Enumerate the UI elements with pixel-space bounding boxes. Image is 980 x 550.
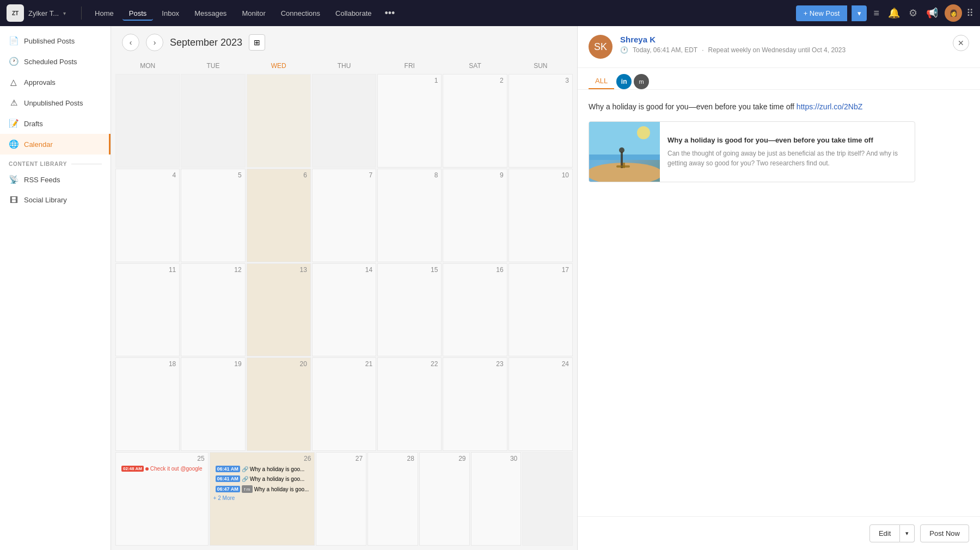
post-detail-panel: SK Shreya K 🕐 Today, 06:41 AM, EDT · Rep… bbox=[577, 26, 980, 550]
tab-other[interactable]: m bbox=[634, 74, 649, 89]
day-thu: THU bbox=[312, 59, 376, 73]
calendar-prev-button[interactable]: ‹ bbox=[122, 34, 139, 51]
apps-grid-icon[interactable]: ⠿ bbox=[966, 7, 973, 19]
cal-cell-sep19[interactable]: 19 bbox=[181, 357, 245, 451]
cal-cell-sep2[interactable]: 2 bbox=[443, 74, 507, 168]
nav-posts[interactable]: Posts bbox=[122, 6, 154, 21]
cal-cell-sep28[interactable]: 28 bbox=[367, 452, 418, 546]
repeat-info: Repeat weekly on Wednesday until Oct 4, … bbox=[708, 46, 846, 54]
preview-description: Can the thought of going away be just as… bbox=[667, 149, 907, 168]
sidebar-item-drafts[interactable]: 📝 Drafts bbox=[0, 113, 111, 134]
cal-date: 24 bbox=[512, 360, 569, 368]
cal-date: 27 bbox=[320, 455, 363, 462]
cal-cell-sep9[interactable]: 9 bbox=[443, 169, 507, 262]
post-now-button[interactable]: Post Now bbox=[920, 524, 969, 542]
user-avatar[interactable]: 👩 bbox=[945, 4, 962, 22]
sidebar-item-approvals[interactable]: △ Approvals bbox=[0, 72, 111, 92]
cal-cell-sep1[interactable]: 1 bbox=[377, 74, 442, 168]
cal-cell-sep3[interactable]: 3 bbox=[509, 74, 573, 168]
sidebar-item-label: Scheduled Posts bbox=[24, 58, 77, 66]
cal-cell-sep12[interactable]: 12 bbox=[181, 263, 245, 357]
calendar-view-toggle[interactable]: ⊞ bbox=[249, 34, 265, 51]
link-icon: 🔗 bbox=[242, 466, 248, 472]
grid-icon: ⊞ bbox=[254, 38, 260, 47]
cal-cell-sep21[interactable]: 21 bbox=[312, 357, 376, 451]
tab-all[interactable]: ALL bbox=[589, 73, 614, 89]
cal-event-26-3[interactable]: 06:47 AM f m Why a holiday is goo... bbox=[213, 484, 311, 494]
cal-date: 11 bbox=[119, 266, 176, 274]
nav-more[interactable]: ••• bbox=[381, 5, 400, 21]
cal-cell-sep6[interactable]: 6 bbox=[247, 169, 311, 262]
cal-cell-empty-1[interactable] bbox=[115, 74, 180, 168]
nav-home[interactable]: Home bbox=[88, 6, 120, 21]
sidebar-item-rss-feeds[interactable]: 📡 RSS Feeds bbox=[0, 169, 111, 190]
nav-inbox[interactable]: Inbox bbox=[155, 6, 186, 21]
cal-cell-sep26[interactable]: 26 06:41 AM 🔗 Why a holiday is goo... 06… bbox=[210, 452, 315, 546]
cal-cell-sep18[interactable]: 18 bbox=[115, 357, 180, 451]
detail-close-button[interactable]: ✕ bbox=[953, 35, 969, 51]
nav-collaborate[interactable]: Collaborate bbox=[329, 6, 378, 21]
chevron-down-icon: ▾ bbox=[857, 9, 861, 17]
megaphone-icon[interactable]: 📢 bbox=[924, 5, 940, 21]
cal-cell-empty-4[interactable] bbox=[312, 74, 376, 168]
cal-date: 18 bbox=[119, 360, 176, 368]
nav-connections[interactable]: Connections bbox=[274, 6, 327, 21]
cal-cell-sep17[interactable]: 17 bbox=[509, 263, 573, 357]
cal-cell-sep20[interactable]: 20 bbox=[247, 357, 311, 451]
calendar-weeks: 1 2 3 4 5 bbox=[115, 74, 573, 546]
cal-cell-sep16[interactable]: 16 bbox=[443, 263, 507, 357]
sidebar-item-published-posts[interactable]: 📄 Published Posts bbox=[0, 30, 111, 51]
edit-button[interactable]: Edit bbox=[869, 524, 900, 542]
cal-cell-sep7[interactable]: 7 bbox=[312, 169, 376, 262]
nav-messages[interactable]: Messages bbox=[188, 6, 233, 21]
cal-cell-sep13[interactable]: 13 bbox=[247, 263, 311, 357]
calendar-next-button[interactable]: › bbox=[146, 34, 163, 51]
app-logo[interactable]: ZT bbox=[7, 4, 24, 22]
day-sat: SAT bbox=[443, 59, 507, 73]
avatar-initials: SK bbox=[594, 41, 607, 53]
social-icons: f m bbox=[242, 485, 253, 493]
sidebar-item-scheduled-posts[interactable]: 🕐 Scheduled Posts bbox=[0, 51, 111, 72]
cal-cell-sep15[interactable]: 15 bbox=[377, 263, 442, 357]
cal-cell-sep29[interactable]: 29 bbox=[419, 452, 470, 546]
notifications-icon[interactable]: 🔔 bbox=[886, 5, 902, 21]
cal-event-25[interactable]: 02:48 AM Check it out @google bbox=[119, 465, 205, 473]
new-post-dropdown-button[interactable]: ▾ bbox=[852, 5, 867, 21]
cal-cell-sep4[interactable]: 4 bbox=[115, 169, 180, 262]
cal-cell-sep22[interactable]: 22 bbox=[377, 357, 442, 451]
cal-cell-sep10[interactable]: 10 bbox=[509, 169, 573, 262]
brand-name: Zylker T... bbox=[28, 9, 59, 17]
cal-cell-sep23[interactable]: 23 bbox=[443, 357, 507, 451]
cal-event-26-1[interactable]: 06:41 AM 🔗 Why a holiday is goo... bbox=[213, 465, 311, 473]
new-post-button[interactable]: + New Post bbox=[796, 5, 848, 21]
cal-cell-empty-3[interactable] bbox=[247, 74, 311, 168]
cal-cell-sep11[interactable]: 11 bbox=[115, 263, 180, 357]
post-link[interactable]: https://zurl.co/2NbZ bbox=[797, 102, 862, 111]
tab-linkedin[interactable]: in bbox=[616, 74, 632, 89]
cal-cell-sep27[interactable]: 27 bbox=[316, 452, 366, 546]
sidebar-item-calendar[interactable]: 🌐 Calendar bbox=[0, 134, 111, 155]
cal-cell-sep30[interactable]: 30 bbox=[471, 452, 522, 546]
cal-cell-empty-2[interactable] bbox=[181, 74, 245, 168]
cal-date: 19 bbox=[185, 360, 241, 368]
cal-event-26-2[interactable]: 06:41 AM 🔗 Why a holiday is goo... bbox=[213, 474, 311, 483]
menu-icon[interactable]: ≡ bbox=[871, 5, 881, 21]
social-library-icon: 🎞 bbox=[9, 195, 19, 205]
cal-cell-empty-oct[interactable] bbox=[522, 452, 573, 546]
detail-footer: Edit ▾ Post Now bbox=[578, 516, 980, 550]
cal-cell-sep8[interactable]: 8 bbox=[377, 169, 442, 262]
sidebar-item-unpublished-posts[interactable]: ⚠ Unpublished Posts bbox=[0, 92, 111, 113]
nav-divider bbox=[81, 7, 82, 20]
edit-dropdown-button[interactable]: ▾ bbox=[900, 524, 915, 542]
nav-monitor[interactable]: Monitor bbox=[235, 6, 272, 21]
brand-chevron[interactable]: ▾ bbox=[63, 10, 66, 16]
preview-content: Why a holiday is good for you—even befor… bbox=[660, 122, 915, 182]
cal-more-link[interactable]: + 2 More bbox=[213, 495, 311, 501]
cal-cell-sep25[interactable]: 25 02:48 AM Check it out @google bbox=[115, 452, 209, 546]
settings-icon[interactable]: ⚙ bbox=[906, 5, 920, 21]
calendar-grid: MON TUE WED THU FRI SAT SUN 1 bbox=[111, 59, 577, 550]
cal-cell-sep14[interactable]: 14 bbox=[312, 263, 376, 357]
cal-cell-sep24[interactable]: 24 bbox=[509, 357, 573, 451]
sidebar-item-social-library[interactable]: 🎞 Social Library bbox=[0, 190, 111, 210]
cal-cell-sep5[interactable]: 5 bbox=[181, 169, 245, 262]
